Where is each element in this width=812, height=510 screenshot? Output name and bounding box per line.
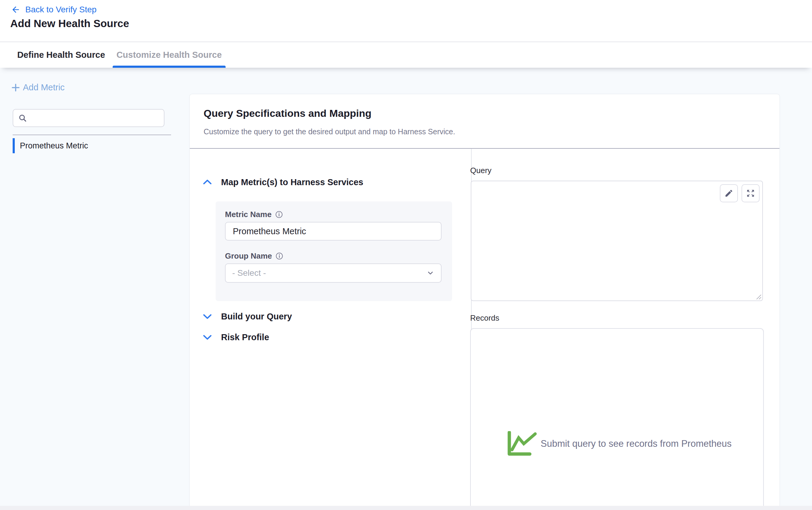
query-label: Query xyxy=(470,166,492,175)
metric-item-label: Prometheus Metric xyxy=(20,141,88,151)
section-label: Risk Profile xyxy=(221,332,269,342)
query-specifications-card: Query Specifications and Mapping Customi… xyxy=(190,94,780,510)
metric-name-label-row: Metric Name xyxy=(225,210,283,219)
sidebar-divider xyxy=(13,134,171,135)
bottom-strip xyxy=(0,506,812,510)
section-label: Map Metric(s) to Harness Services xyxy=(221,177,363,187)
chevron-down-icon xyxy=(202,334,212,340)
textarea-resize-handle[interactable] xyxy=(755,293,762,300)
info-icon[interactable] xyxy=(275,211,283,218)
tab-bar: Define Health Source Customize Health So… xyxy=(0,41,812,68)
section-build-your-query[interactable]: Build your Query xyxy=(202,310,292,323)
chevron-up-icon xyxy=(202,179,212,185)
query-edit-button[interactable] xyxy=(720,184,738,202)
card-subtitle: Customize the query to get the desired o… xyxy=(204,127,455,136)
card-header-divider xyxy=(190,148,780,149)
tab-customize-health-source[interactable]: Customize Health Source xyxy=(113,42,226,68)
records-panel: Submit query to see records from Prometh… xyxy=(470,328,764,510)
query-textarea[interactable] xyxy=(471,181,762,300)
records-label: Records xyxy=(470,313,499,323)
tab-label: Define Health Source xyxy=(17,50,105,60)
records-empty-text: Submit query to see records from Prometh… xyxy=(541,438,732,449)
tab-label: Customize Health Source xyxy=(117,50,222,60)
back-link-label: Back to Verify Step xyxy=(25,5,97,14)
active-tab-indicator xyxy=(113,66,226,68)
query-fullscreen-button[interactable] xyxy=(742,184,760,202)
page-title: Add New Health Source xyxy=(10,18,129,30)
pencil-icon xyxy=(724,189,733,198)
group-name-label-row: Group Name xyxy=(225,251,283,261)
sidebar-item-prometheus-metric[interactable]: Prometheus Metric xyxy=(13,138,181,153)
metric-search-input[interactable] xyxy=(31,113,159,123)
query-editor xyxy=(471,181,763,301)
search-icon xyxy=(18,114,27,123)
maximize-icon xyxy=(746,189,755,198)
screen: Back to Verify Step Add New Health Sourc… xyxy=(0,0,812,510)
add-metric-button[interactable]: Add Metric xyxy=(11,83,65,92)
card-title: Query Specifications and Mapping xyxy=(204,108,371,119)
records-empty-state: Submit query to see records from Prometh… xyxy=(507,431,732,456)
section-risk-profile[interactable]: Risk Profile xyxy=(202,331,269,343)
selected-indicator xyxy=(13,138,15,153)
line-chart-icon xyxy=(507,431,538,456)
metric-name-input[interactable] xyxy=(225,222,441,241)
section-map-metrics[interactable]: Map Metric(s) to Harness Services xyxy=(202,176,363,188)
map-metrics-panel: Metric Name Group Name xyxy=(216,202,452,301)
metric-search-box xyxy=(13,109,165,127)
chevron-down-icon xyxy=(202,313,212,320)
metric-name-label: Metric Name xyxy=(225,210,272,219)
back-arrow-icon xyxy=(11,5,21,14)
add-metric-label: Add Metric xyxy=(23,83,65,92)
top-header: Back to Verify Step Add New Health Sourc… xyxy=(0,0,812,41)
group-name-label: Group Name xyxy=(225,251,272,261)
tab-define-health-source[interactable]: Define Health Source xyxy=(18,42,104,68)
group-name-select[interactable]: - Select - xyxy=(225,264,441,283)
select-placeholder: - Select - xyxy=(232,268,427,278)
plus-icon xyxy=(11,83,21,92)
chevron-down-icon xyxy=(427,269,434,277)
section-label: Build your Query xyxy=(221,311,292,322)
info-icon[interactable] xyxy=(276,252,283,260)
back-link[interactable]: Back to Verify Step xyxy=(11,4,97,16)
